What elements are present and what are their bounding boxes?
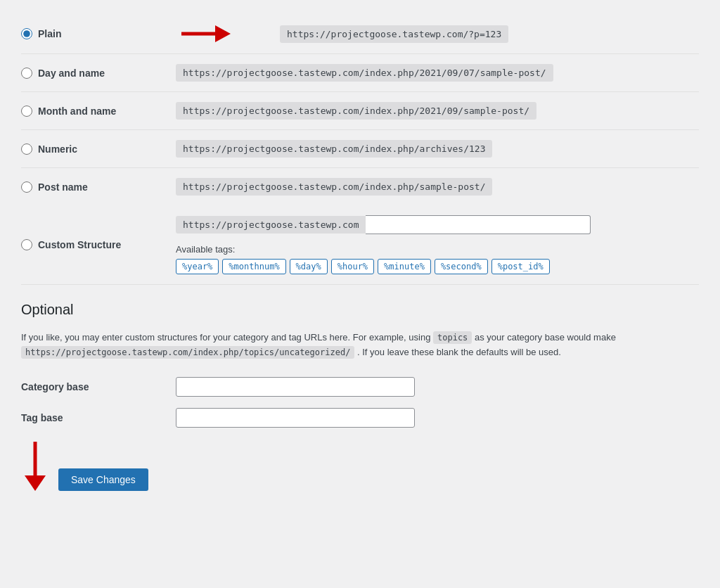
- desc-end: . If you leave these blank the defaults …: [357, 347, 561, 357]
- radio-label-text-day_and_name: Day and name: [38, 68, 105, 79]
- example-url-code: https://projectgoose.tastewp.com/index.p…: [21, 346, 354, 359]
- radio-label-numeric[interactable]: Numeric: [21, 143, 176, 155]
- custom-structure-radio[interactable]: [21, 239, 32, 250]
- radio-month_and_name[interactable]: [21, 106, 32, 117]
- radio-label-text-plain: Plain: [38, 28, 61, 39]
- optional-field-row-tag_base: Tag base: [21, 402, 699, 433]
- custom-structure-radio-label[interactable]: Custom Structure: [21, 239, 176, 250]
- custom-url-prefix: https://projectgoose.tastewp.com: [176, 216, 366, 234]
- right-arrow-icon: [181, 24, 231, 44]
- radio-post_name[interactable]: [21, 181, 32, 193]
- available-tags-label: Available tags:: [176, 244, 591, 255]
- optional-section: Optional If you like, you may enter cust…: [21, 302, 699, 491]
- optional-title: Optional: [21, 302, 699, 324]
- tag-btn-second[interactable]: %second%: [435, 259, 488, 274]
- radio-label-day_and_name[interactable]: Day and name: [21, 68, 176, 79]
- permalink-row-month_and_name: Month and namehttps://projectgoose.taste…: [21, 92, 699, 130]
- custom-structure-label: Custom Structure: [38, 239, 121, 250]
- tag-btn-post_id[interactable]: %post_id%: [491, 259, 550, 274]
- svg-marker-3: [25, 475, 46, 491]
- url-display-plain: https://projectgoose.tastewp.com/?p=123: [280, 25, 508, 43]
- url-display-month_and_name: https://projectgoose.tastewp.com/index.p…: [176, 102, 536, 120]
- permalink-settings: Plain https://projectgoose.tastewp.com/?…: [21, 14, 699, 491]
- permalink-row-numeric: Numerichttps://projectgoose.tastewp.com/…: [21, 130, 699, 168]
- down-arrow-icon: [21, 442, 49, 491]
- tag-btn-hour[interactable]: %hour%: [331, 259, 374, 274]
- optional-field-input-tag_base[interactable]: [176, 408, 415, 428]
- save-row: Save Changes: [21, 442, 699, 491]
- radio-label-text-post_name: Post name: [38, 181, 88, 193]
- tag-btn-monthnum[interactable]: %monthnum%: [222, 259, 285, 274]
- optional-field-row-category_base: Category base: [21, 371, 699, 402]
- url-display-day_and_name: https://projectgoose.tastewp.com/index.p…: [176, 64, 553, 82]
- url-display-post_name: https://projectgoose.tastewp.com/index.p…: [176, 178, 492, 196]
- custom-structure-text-input[interactable]: [366, 215, 591, 234]
- topics-code: topics: [433, 331, 472, 344]
- custom-structure-row: Custom Structure https://projectgoose.ta…: [21, 205, 699, 285]
- url-display-numeric: https://projectgoose.tastewp.com/index.p…: [176, 140, 492, 158]
- svg-marker-1: [215, 25, 231, 42]
- tag-btn-minute[interactable]: %minute%: [378, 259, 431, 274]
- desc-start: If you like, you may enter custom struct…: [21, 332, 430, 343]
- permalink-row-plain: Plain https://projectgoose.tastewp.com/?…: [21, 14, 699, 54]
- optional-form-table: Category baseTag base: [21, 371, 699, 433]
- permalink-options-list: Plain https://projectgoose.tastewp.com/?…: [21, 14, 699, 205]
- radio-label-post_name[interactable]: Post name: [21, 181, 176, 193]
- optional-field-input-category_base[interactable]: [176, 377, 415, 397]
- permalink-row-post_name: Post namehttps://projectgoose.tastewp.co…: [21, 168, 699, 205]
- radio-label-plain[interactable]: Plain: [21, 28, 176, 39]
- tag-btn-year[interactable]: %year%: [176, 259, 219, 274]
- available-tags-section: Available tags: %year%%monthnum%%day%%ho…: [176, 238, 591, 274]
- optional-fields-body: Category baseTag base: [21, 371, 699, 433]
- radio-numeric[interactable]: [21, 143, 32, 155]
- optional-description: If you like, you may enter custom struct…: [21, 331, 699, 360]
- desc-middle: as your category base would make: [475, 332, 616, 343]
- radio-label-text-numeric: Numeric: [38, 143, 77, 155]
- radio-day_and_name[interactable]: [21, 68, 32, 79]
- optional-field-label-category_base: Category base: [21, 371, 176, 402]
- custom-structure-input-row: https://projectgoose.tastewp.com: [176, 215, 591, 234]
- optional-field-label-tag_base: Tag base: [21, 402, 176, 433]
- radio-label-month_and_name[interactable]: Month and name: [21, 106, 176, 117]
- radio-label-text-month_and_name: Month and name: [38, 106, 116, 117]
- permalink-row-day_and_name: Day and namehttps://projectgoose.tastewp…: [21, 54, 699, 92]
- tag-btn-day[interactable]: %day%: [290, 259, 328, 274]
- tags-container: %year%%monthnum%%day%%hour%%minute%%seco…: [176, 259, 591, 274]
- radio-plain[interactable]: [21, 28, 32, 39]
- save-changes-button[interactable]: Save Changes: [58, 468, 148, 491]
